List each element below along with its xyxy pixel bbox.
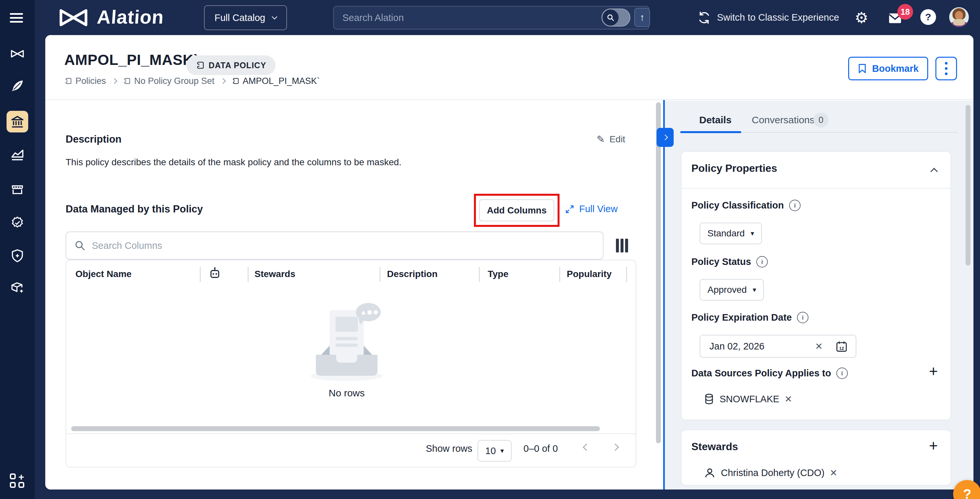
expand-icon <box>565 204 574 214</box>
breadcrumb-label: Policies <box>75 76 106 86</box>
switch-to-classic-link[interactable]: Switch to Classic Experience <box>717 0 839 35</box>
column-picker-icon[interactable] <box>616 239 628 253</box>
sidebar-item-certification-badge-icon[interactable] <box>10 216 25 230</box>
help-icon[interactable]: ? <box>920 9 936 25</box>
expiration-label: Policy Expiration Date <box>691 312 792 323</box>
info-icon[interactable]: i <box>797 312 808 323</box>
policy-scroll-icon <box>123 77 131 85</box>
data-sources-label: Data Sources Policy Applies to <box>691 368 831 379</box>
tab-conversations[interactable]: Conversations <box>752 114 815 126</box>
previous-page-button[interactable] <box>584 445 589 451</box>
robot-column-icon[interactable] <box>208 266 222 280</box>
stewards-card: Stewards + Christina Doherty (CDO) ✕ <box>681 429 951 486</box>
remove-data-source-icon[interactable]: ✕ <box>784 394 792 405</box>
full-view-label: Full View <box>579 203 617 215</box>
sidebar-item-trust-shield-icon[interactable] <box>10 248 25 263</box>
add-steward-button[interactable]: + <box>925 438 942 453</box>
remove-steward-icon[interactable]: ✕ <box>830 467 837 478</box>
object-type-label: DATA POLICY <box>208 60 266 70</box>
column-header-object-name[interactable]: Object Name <box>75 269 132 279</box>
policy-scroll-icon <box>64 77 72 85</box>
pagination-range: 0–0 of 0 <box>523 443 558 454</box>
info-icon[interactable]: i <box>789 200 800 211</box>
add-data-source-button[interactable]: + <box>925 364 942 379</box>
settings-gear-icon[interactable]: ⚙ <box>855 0 868 35</box>
tab-details[interactable]: Details <box>699 114 732 126</box>
sidebar-item-governance-bank-icon[interactable] <box>10 115 25 129</box>
classification-dropdown[interactable]: Standard ▾ <box>700 222 762 244</box>
pagination-bar: Show rows 10 ▾ 0–0 of 0 <box>66 434 636 467</box>
calendar-icon[interactable]: 12 <box>835 340 848 353</box>
status-value: Approved <box>708 284 747 295</box>
main-vertical-scrollbar[interactable] <box>656 102 661 443</box>
bookmark-icon <box>858 63 867 74</box>
avatar-scarf <box>953 19 965 25</box>
app-window: Alation Full Catalog ↑ Switch to Classic… <box>0 0 980 499</box>
classification-label: Policy Classification <box>691 200 784 211</box>
sidebar-item-marketplace-store-icon[interactable] <box>10 182 25 197</box>
chevron-down-icon <box>272 14 277 20</box>
policy-scroll-icon <box>232 77 239 85</box>
edit-description-button[interactable]: ✎ Edit <box>597 133 625 145</box>
collapse-section-icon[interactable] <box>931 168 938 175</box>
alation-logo-icon[interactable] <box>55 8 92 27</box>
chevron-right-icon <box>220 78 226 84</box>
collapse-panel-button[interactable] <box>657 128 674 147</box>
description-heading: Description <box>65 133 122 145</box>
search-columns-input[interactable] <box>65 232 603 260</box>
more-actions-button[interactable] <box>935 57 957 80</box>
steward-chip: Christina Doherty (CDO) ✕ <box>704 467 837 479</box>
sidebar-item-analytics-chart-icon[interactable] <box>10 148 25 162</box>
expiration-label-row: Policy Expiration Date i <box>691 312 808 323</box>
side-nav: + <box>0 0 35 499</box>
chevron-right-icon <box>662 135 668 140</box>
horizontal-scrollbar[interactable] <box>71 426 600 431</box>
steward-name[interactable]: Christina Doherty (CDO) <box>721 467 824 478</box>
info-icon[interactable]: i <box>836 367 848 379</box>
notifications-count-badge: 18 <box>897 4 913 20</box>
add-columns-button[interactable]: Add Columns <box>479 199 554 221</box>
status-label-row: Policy Status i <box>691 256 768 267</box>
expiration-date-field[interactable]: Jan 02, 2026 ✕ 12 <box>700 335 856 358</box>
status-dropdown[interactable]: Approved ▾ <box>700 279 764 300</box>
empty-state-text: No rows <box>281 388 412 399</box>
column-header-popularity[interactable]: Popularity <box>567 269 612 279</box>
expiration-date-value: Jan 02, 2026 <box>710 341 765 352</box>
breadcrumb-item-policies[interactable]: Policies <box>64 76 106 86</box>
database-icon <box>704 393 714 405</box>
show-rows-label: Show rows <box>400 443 472 454</box>
hamburger-menu-icon[interactable] <box>10 13 23 22</box>
user-avatar[interactable] <box>949 7 969 27</box>
clear-date-icon[interactable]: ✕ <box>815 341 822 352</box>
breadcrumb-item-current: AMPOL_PI_MASK` <box>232 76 320 86</box>
sidebar-item-data-products-cube-icon[interactable] <box>10 281 25 295</box>
caret-down-icon: ▾ <box>501 447 504 455</box>
column-header-stewards[interactable]: Stewards <box>255 269 296 279</box>
sidebar-item-catalog-bowtie-icon[interactable] <box>10 46 25 61</box>
kebab-icon <box>945 62 948 75</box>
rows-per-page-dropdown[interactable]: 10 ▾ <box>477 440 512 462</box>
page-card: AMPOL_PI_MASK` DATA POLICY Policies <box>45 35 974 489</box>
sidebar-item-compose-feather-icon[interactable] <box>10 79 25 93</box>
search-icon <box>603 10 619 25</box>
classification-label-row: Policy Classification i <box>691 200 800 211</box>
column-header-description[interactable]: Description <box>387 269 438 279</box>
chevron-right-icon <box>112 78 118 84</box>
full-view-link[interactable]: Full View <box>565 203 617 215</box>
search-mode-toggle[interactable] <box>601 8 630 27</box>
apps-launcher-icon[interactable]: + <box>10 474 25 488</box>
policy-scroll-icon <box>196 60 205 70</box>
bookmark-button[interactable]: Bookmark <box>848 57 928 80</box>
catalog-scope-dropdown[interactable]: Full Catalog <box>204 5 287 30</box>
breadcrumb-item-group-set[interactable]: No Policy Group Set <box>123 76 215 86</box>
breadcrumb: Policies No Policy Group Set AMPOL_PI_MA… <box>64 74 320 88</box>
data-sources-label-row: Data Sources Policy Applies to i <box>691 367 848 379</box>
data-source-chip: SNOWFLAKE ✕ <box>704 393 792 405</box>
info-icon[interactable]: i <box>756 256 768 267</box>
columns-table: Object Name Stewards Description Type Po… <box>65 260 636 467</box>
column-header-type[interactable]: Type <box>488 269 508 279</box>
search-submit-button[interactable]: ↑ <box>634 8 650 27</box>
next-page-button[interactable] <box>612 445 618 451</box>
data-source-name[interactable]: SNOWFLAKE <box>719 394 779 405</box>
panel-vertical-scrollbar[interactable] <box>966 105 970 265</box>
